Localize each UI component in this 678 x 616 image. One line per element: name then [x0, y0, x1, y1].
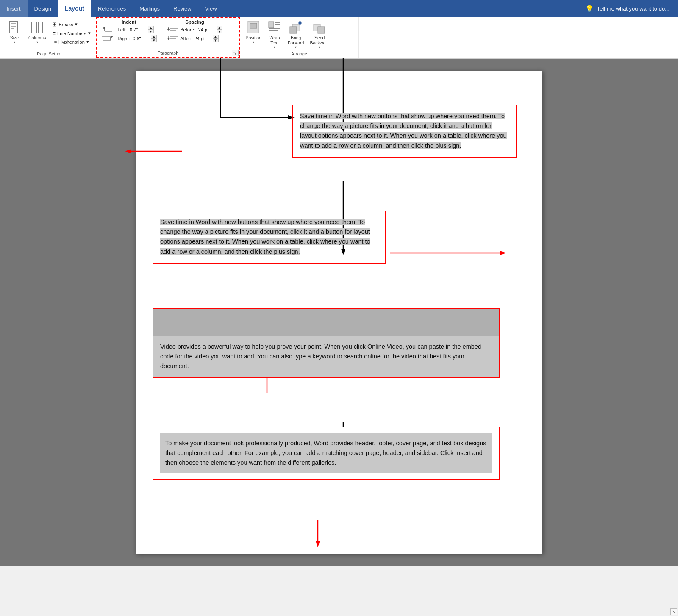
send-backward-label2: Backwa... — [310, 40, 329, 45]
svg-marker-32 — [299, 22, 301, 24]
indent-right-label — [101, 35, 117, 42]
columns-label: Columns — [28, 35, 46, 40]
columns-icon — [31, 20, 44, 35]
send-backward-arrow: ▾ — [319, 45, 320, 49]
svg-rect-34 — [318, 27, 325, 33]
svg-rect-24 — [250, 23, 257, 28]
spacing-before-up[interactable]: ▲ — [217, 26, 222, 30]
indent-right-row: Right: ▲ ▼ — [101, 35, 157, 42]
page-setup-label: Page Setup — [5, 50, 92, 56]
spacing-before-down[interactable]: ▼ — [217, 30, 222, 33]
breaks-label: Breaks — [58, 22, 73, 27]
svg-marker-20 — [167, 38, 170, 40]
page-setup-controls: Size ▾ Columns ▾ ⊞ Breaks ▾ ≡ — [5, 19, 92, 50]
spacing-before-text-label: Before: — [180, 27, 195, 32]
text-box-3-inner: Video provides a powerful way to help yo… — [153, 308, 500, 378]
indent-right-up[interactable]: ▲ — [151, 35, 157, 39]
breaks-group: ⊞ Breaks ▾ ≡ Line Numbers ▾ bc Hyphenati… — [50, 19, 92, 45]
text-box-4: To make your document look professionall… — [153, 427, 500, 488]
arrange-controls: Position ▾ Wrap Text ▾ Bring Forward ▾ — [244, 19, 355, 50]
tab-layout[interactable]: Layout — [58, 0, 91, 17]
text-box-1: Save time in Word with new buttons that … — [292, 105, 517, 166]
spacing-before-icon — [167, 26, 179, 33]
position-arrow: ▾ — [253, 40, 254, 44]
text-box-4-inner: To make your document look professionall… — [153, 427, 500, 480]
spacing-before-input[interactable] — [197, 26, 216, 33]
wrap-text-icon — [268, 20, 281, 35]
line-numbers-button[interactable]: ≡ Line Numbers ▾ — [50, 29, 92, 37]
indent-left-up[interactable]: ▲ — [148, 26, 154, 30]
line-numbers-arrow: ▾ — [88, 31, 91, 36]
tab-review[interactable]: Review — [167, 0, 198, 17]
text-box-2: Save time in Word with new buttons that … — [153, 211, 386, 272]
wrap-text-arrow: ▾ — [274, 45, 275, 49]
send-backward-icon — [313, 20, 326, 35]
arrange-group: Position ▾ Wrap Text ▾ Bring Forward ▾ — [240, 17, 359, 58]
p1-highlight: Save time in Word with new buttons that … — [300, 113, 507, 149]
spacing-before-row: Before: ▲ ▼ — [167, 26, 222, 33]
paragraph-4: To make your document look professionall… — [165, 438, 487, 468]
tab-mailings[interactable]: Mailings — [133, 0, 167, 17]
video-gray-bottom: Video provides a powerful way to help yo… — [153, 336, 499, 377]
indent-right-input[interactable] — [131, 35, 150, 42]
video-gray-top — [153, 309, 499, 336]
indent-left-down[interactable]: ▼ — [148, 30, 154, 33]
size-button[interactable]: Size ▾ — [5, 19, 24, 45]
spacing-after-row: After: ▲ ▼ — [167, 35, 222, 42]
spacing-after-up[interactable]: ▲ — [213, 35, 219, 39]
bring-forward-button[interactable]: Bring Forward ▾ — [286, 19, 306, 50]
indent-right-text-label: Right: — [118, 36, 130, 41]
bring-forward-icon — [289, 20, 303, 35]
indent-right-input-wrap: ▲ ▼ — [131, 35, 157, 42]
page-setup-dialog-launcher[interactable]: ↘ — [670, 608, 677, 615]
bring-forward-arrow: ▾ — [295, 45, 297, 49]
spacing-after-down[interactable]: ▼ — [213, 39, 219, 42]
spacing-section: Spacing Before: ▲ ▼ — [167, 19, 222, 42]
send-backward-button[interactable]: Send Backwa... ▾ — [308, 19, 331, 50]
text-box-3: Video provides a powerful way to help yo… — [153, 308, 500, 387]
spacing-before-spinner: ▲ ▼ — [217, 26, 222, 33]
hyphenation-arrow: ▾ — [86, 39, 89, 44]
document-area: Save time in Word with new buttons that … — [0, 59, 678, 566]
spacing-after-text-label: After: — [180, 36, 191, 41]
svg-rect-31 — [290, 27, 297, 33]
indent-left-text-label: Left: — [118, 27, 127, 32]
wrap-text-button[interactable]: Wrap Text ▾ — [265, 19, 284, 50]
tab-references[interactable]: References — [91, 0, 133, 17]
paragraph-1: Save time in Word with new buttons that … — [300, 111, 509, 151]
tell-me-text: Tell me what you want to do... — [597, 6, 670, 12]
position-button[interactable]: Position ▾ — [244, 19, 264, 45]
indent-left-input[interactable] — [128, 26, 147, 33]
text-box-4-gray: To make your document look professionall… — [160, 433, 492, 473]
hyphenation-label: Hyphenation — [58, 39, 85, 44]
breaks-button[interactable]: ⊞ Breaks ▾ — [50, 20, 92, 28]
bring-forward-label2: Forward — [288, 40, 304, 45]
wrap-text-label: Wrap — [269, 35, 280, 40]
bulb-icon: 💡 — [585, 5, 594, 13]
tab-insert[interactable]: Insert — [0, 0, 28, 17]
hyphenation-button[interactable]: bc Hyphenation ▾ — [50, 38, 92, 45]
svg-rect-0 — [10, 21, 17, 33]
svg-rect-6 — [38, 22, 43, 33]
indent-section: Indent Left: ▲ ▼ — [101, 19, 157, 42]
paragraph-dialog-launcher[interactable]: ↘ — [232, 50, 239, 56]
text-box-2-inner: Save time in Word with new buttons that … — [153, 211, 386, 264]
spacing-after-input[interactable] — [193, 35, 212, 42]
tab-design[interactable]: Design — [28, 0, 58, 17]
paragraph-label: Paragraph — [101, 50, 235, 55]
svg-rect-5 — [32, 22, 36, 33]
hyphenation-icon: bc — [52, 39, 57, 44]
svg-marker-50 — [316, 541, 320, 547]
paragraph-2: Save time in Word with new buttons that … — [160, 217, 378, 257]
svg-marker-12 — [111, 36, 113, 38]
indent-left-input-wrap: ▲ ▼ — [128, 26, 154, 33]
tell-me-bar[interactable]: 💡 Tell me what you want to do... — [577, 0, 678, 17]
columns-button[interactable]: Columns ▾ — [26, 19, 48, 45]
size-arrow: ▾ — [14, 40, 15, 44]
indent-right-down[interactable]: ▼ — [151, 39, 157, 42]
svg-marker-8 — [102, 27, 105, 29]
tab-view[interactable]: View — [198, 0, 224, 17]
tab-list: Insert Design Layout References Mailings… — [0, 0, 224, 17]
indent-left-spinner: ▲ ▼ — [148, 26, 154, 33]
indent-right-spinner: ▲ ▼ — [151, 35, 157, 42]
